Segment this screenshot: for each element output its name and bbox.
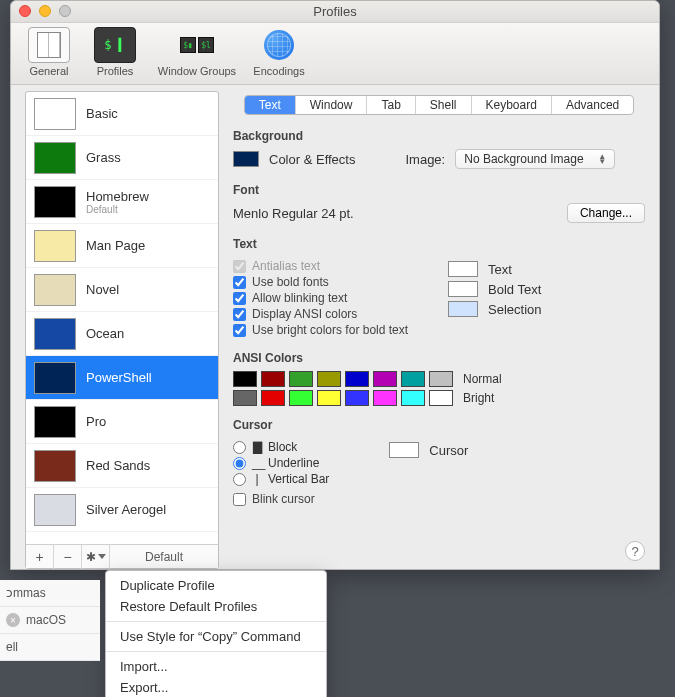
cursor-color-swatch[interactable] [389,442,419,458]
toolbar-encodings[interactable]: Encodings [249,27,309,77]
ansi-swatch[interactable] [373,390,397,406]
ansi-row-label: Bright [463,391,494,405]
menu-restore-defaults[interactable]: Restore Default Profiles [106,596,326,617]
add-profile-button[interactable]: + [26,545,54,569]
profiles-icon: $ ▍ [94,27,136,63]
font-heading: Font [233,183,645,197]
antialias-checkbox[interactable]: Antialias text [233,259,408,273]
background-image-popup[interactable]: No Background Image ▲▼ [455,149,615,169]
menu-separator [106,651,326,652]
ansi-swatch[interactable] [233,371,257,387]
profile-thumb [34,318,76,350]
ansi-bright-row: Bright [233,390,645,406]
ansi-heading: ANSI Colors [233,351,645,365]
profile-row-grass[interactable]: Grass [26,136,218,180]
bright-bold-checkbox[interactable]: Use bright colors for bold text [233,323,408,337]
ansi-swatch[interactable] [401,390,425,406]
profile-row-homebrew[interactable]: HomebrewDefault [26,180,218,224]
tab-shell[interactable]: Shell [416,96,472,114]
tab-advanced[interactable]: Advanced [552,96,633,114]
profile-row-basic[interactable]: Basic [26,92,218,136]
ansi-swatch[interactable] [317,371,341,387]
profile-name: Novel [86,282,119,297]
ansi-swatch[interactable] [345,371,369,387]
menu-duplicate-profile[interactable]: Duplicate Profile [106,575,326,596]
ansi-swatch[interactable] [289,390,313,406]
chevron-updown-icon: ▲▼ [598,154,606,164]
cursor-vbar-radio[interactable]: |Vertical Bar [233,472,329,486]
menu-use-style-copy[interactable]: Use Style for “Copy” Command [106,626,326,647]
profile-thumb [34,98,76,130]
profile-row-pro[interactable]: Pro [26,400,218,444]
ansi-swatch[interactable] [261,390,285,406]
profile-name: Ocean [86,326,124,341]
settings-pane: Text Window Tab Shell Keyboard Advanced … [219,85,659,569]
profile-thumb [34,142,76,174]
profile-thumb [34,450,76,482]
tab-text[interactable]: Text [245,96,296,114]
text-color-swatch[interactable] [448,261,478,277]
profile-row-man-page[interactable]: Man Page [26,224,218,268]
profile-row-red-sands[interactable]: Red Sands [26,444,218,488]
menu-separator [106,621,326,622]
ansi-swatch[interactable] [261,371,285,387]
profile-thumb [34,230,76,262]
window-groups-icon: $▮$l [176,27,218,63]
tab-keyboard[interactable]: Keyboard [472,96,552,114]
profile-row-ocean[interactable]: Ocean [26,312,218,356]
bold-fonts-checkbox[interactable]: Use bold fonts [233,275,408,289]
ansi-swatch[interactable] [373,371,397,387]
titlebar[interactable]: Profiles [11,1,659,23]
close-icon[interactable] [19,5,31,17]
ansi-swatch[interactable] [401,371,425,387]
profile-name: PowerShell [86,370,152,385]
ansi-normal-row: Normal [233,371,645,387]
toolbar-general[interactable]: General [19,27,79,77]
preferences-window: Profiles General $ ▍ Profiles $▮$l Windo… [10,0,660,570]
cursor-heading: Cursor [233,418,645,432]
text-heading: Text [233,237,645,251]
change-font-button[interactable]: Change... [567,203,645,223]
zoom-icon[interactable] [59,5,71,17]
bold-color-swatch[interactable] [448,281,478,297]
profile-actions-button[interactable]: ✱ [82,545,110,569]
menu-export[interactable]: Export... [106,677,326,697]
encodings-icon [258,27,300,63]
cursor-block-radio[interactable]: ▇Block [233,440,329,454]
background-sidebar-fragment: ɔmmas ×macOS ell [0,580,100,661]
font-value: Menlo Regular 24 pt. [233,206,354,221]
profile-row-novel[interactable]: Novel [26,268,218,312]
remove-profile-button[interactable]: − [54,545,82,569]
background-color-swatch[interactable] [233,151,259,167]
ansi-swatch[interactable] [233,390,257,406]
profile-list[interactable]: BasicGrassHomebrewDefaultMan PageNovelOc… [26,92,218,544]
sidebar-footer: + − ✱ Default [26,544,218,568]
profile-subtitle: Default [86,204,149,215]
cursor-underline-radio[interactable]: __Underline [233,456,329,470]
selection-color-swatch[interactable] [448,301,478,317]
ansi-swatch[interactable] [317,390,341,406]
ansi-swatch[interactable] [429,371,453,387]
profile-thumb [34,362,76,394]
profile-thumb [34,186,76,218]
profile-name: Man Page [86,238,145,253]
profiles-sidebar: BasicGrassHomebrewDefaultMan PageNovelOc… [25,91,219,569]
ansi-swatch[interactable] [429,390,453,406]
profile-row-powershell[interactable]: PowerShell [26,356,218,400]
tab-window[interactable]: Window [296,96,368,114]
minimize-icon[interactable] [39,5,51,17]
toolbar-profiles[interactable]: $ ▍ Profiles [85,27,145,77]
menu-import[interactable]: Import... [106,656,326,677]
toolbar-window-groups[interactable]: $▮$l Window Groups [151,27,243,77]
ansi-swatch[interactable] [289,371,313,387]
image-label: Image: [405,152,445,167]
ansi-colors-checkbox[interactable]: Display ANSI colors [233,307,408,321]
help-button[interactable]: ? [625,541,645,561]
ansi-swatch[interactable] [345,390,369,406]
ansi-row-label: Normal [463,372,502,386]
set-default-button[interactable]: Default [110,550,218,564]
blinking-text-checkbox[interactable]: Allow blinking text [233,291,408,305]
blink-cursor-checkbox[interactable]: Blink cursor [233,492,329,506]
profile-row-silver-aerogel[interactable]: Silver Aerogel [26,488,218,532]
tab-tab[interactable]: Tab [367,96,415,114]
